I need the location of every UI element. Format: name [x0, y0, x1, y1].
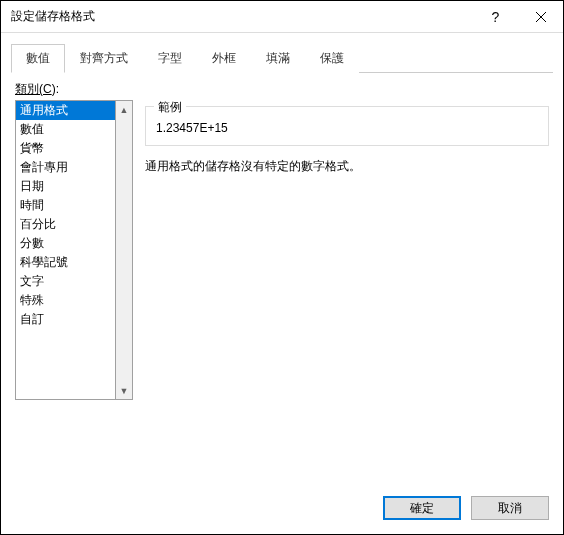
list-item[interactable]: 時間	[16, 196, 115, 215]
list-item[interactable]: 貨幣	[16, 139, 115, 158]
sample-box: 範例 1.23457E+15	[145, 106, 549, 146]
list-item[interactable]: 通用格式	[16, 101, 115, 120]
list-item[interactable]: 科學記號	[16, 253, 115, 272]
titlebar: 設定儲存格格式 ?	[1, 1, 563, 33]
category-listbox-wrap: 通用格式 數值 貨幣 會計專用 日期 時間 百分比 分數 科學記號 文字 特殊 …	[15, 100, 133, 400]
list-item[interactable]: 自訂	[16, 310, 115, 329]
tab-number[interactable]: 數值	[11, 44, 65, 73]
scroll-up-icon[interactable]: ▲	[116, 101, 132, 118]
format-cells-dialog: 設定儲存格格式 ? 數值 對齊方式 字型 外框 填滿 保護 類別(C): 通用格…	[0, 0, 564, 535]
dialog-footer: 確定 取消	[1, 482, 563, 534]
tab-font[interactable]: 字型	[143, 44, 197, 73]
tab-protection[interactable]: 保護	[305, 44, 359, 73]
right-pane: 範例 1.23457E+15 通用格式的儲存格沒有特定的數字格式。	[145, 100, 549, 400]
list-item[interactable]: 日期	[16, 177, 115, 196]
list-item[interactable]: 數值	[16, 120, 115, 139]
list-item[interactable]: 特殊	[16, 291, 115, 310]
format-description: 通用格式的儲存格沒有特定的數字格式。	[145, 158, 549, 175]
window-title: 設定儲存格格式	[11, 8, 473, 25]
cancel-button[interactable]: 取消	[471, 496, 549, 520]
tabs: 數值 對齊方式 字型 外框 填滿 保護	[11, 43, 553, 73]
list-item[interactable]: 文字	[16, 272, 115, 291]
list-item[interactable]: 百分比	[16, 215, 115, 234]
category-label: 類別(C):	[15, 81, 549, 98]
close-button[interactable]	[518, 1, 563, 33]
listbox-scrollbar[interactable]: ▲ ▼	[116, 100, 133, 400]
help-button[interactable]: ?	[473, 1, 518, 33]
scroll-down-icon[interactable]: ▼	[116, 382, 132, 399]
tab-alignment[interactable]: 對齊方式	[65, 44, 143, 73]
tab-border[interactable]: 外框	[197, 44, 251, 73]
tab-content: 類別(C): 通用格式 數值 貨幣 會計專用 日期 時間 百分比 分數 科學記號…	[1, 73, 563, 482]
tab-fill[interactable]: 填滿	[251, 44, 305, 73]
list-item[interactable]: 分數	[16, 234, 115, 253]
list-item[interactable]: 會計專用	[16, 158, 115, 177]
body-row: 通用格式 數值 貨幣 會計專用 日期 時間 百分比 分數 科學記號 文字 特殊 …	[15, 100, 549, 400]
sample-value: 1.23457E+15	[156, 121, 538, 135]
ok-button[interactable]: 確定	[383, 496, 461, 520]
category-listbox[interactable]: 通用格式 數值 貨幣 會計專用 日期 時間 百分比 分數 科學記號 文字 特殊 …	[15, 100, 116, 400]
close-icon	[536, 12, 546, 22]
sample-legend: 範例	[154, 99, 186, 116]
